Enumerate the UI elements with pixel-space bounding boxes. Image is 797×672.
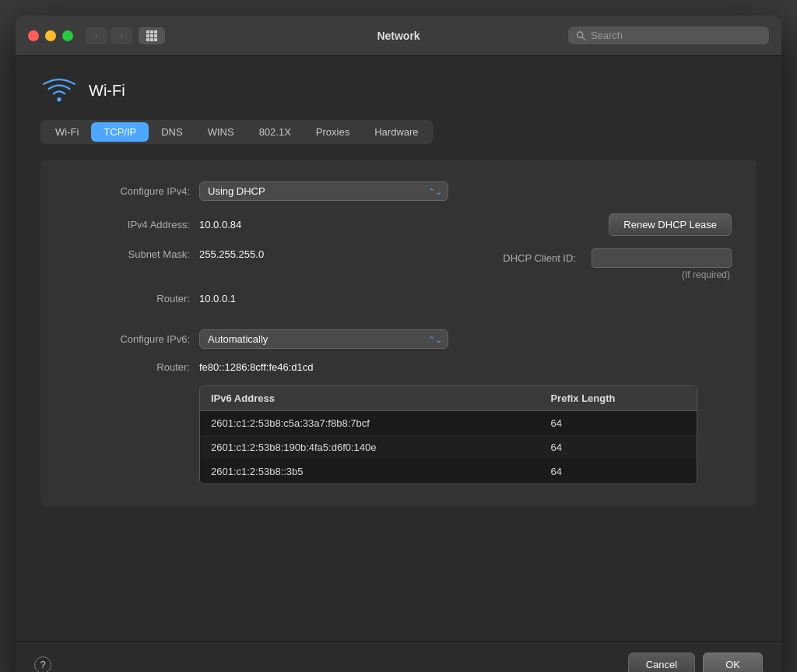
router6-label: Router: xyxy=(65,361,190,373)
svg-rect-1 xyxy=(150,30,153,33)
wifi-icon xyxy=(40,75,78,106)
configure-ipv4-select-wrapper[interactable]: Using DHCP xyxy=(199,181,448,201)
router-value: 10.0.0.1 xyxy=(199,293,236,304)
dhcp-client-id-section: DHCP Client ID: (If required) xyxy=(503,248,732,280)
router-label: Router: xyxy=(65,293,190,304)
ok-button[interactable]: OK xyxy=(703,653,763,672)
search-icon xyxy=(576,30,586,41)
svg-rect-3 xyxy=(146,34,149,37)
dhcp-client-id-row: DHCP Client ID: xyxy=(503,248,732,268)
prefix-cell-1: 64 xyxy=(539,411,697,436)
tab-dns[interactable]: DNS xyxy=(149,122,195,142)
traffic-lights xyxy=(28,30,73,41)
svg-point-11 xyxy=(57,97,61,101)
svg-line-10 xyxy=(582,37,585,40)
bottom-bar: ? Cancel OK xyxy=(16,641,781,672)
grid-icon xyxy=(146,30,158,42)
subnet-mask-section: Subnet Mask: 255.255.255.0 xyxy=(65,248,503,260)
ipv6-address-cell-2: 2601:c1:2:53b8:190b:4fa5:d6f0:140e xyxy=(200,435,539,459)
router6-row: Router: fe80::1286:8cff:fe46:d1cd xyxy=(65,361,732,373)
network-window: ‹ › Network xyxy=(16,16,781,672)
tab-wifi[interactable]: Wi-Fi xyxy=(43,122,91,142)
minimize-button[interactable] xyxy=(45,30,56,41)
dhcp-client-id-input[interactable] xyxy=(592,248,732,268)
back-button[interactable]: ‹ xyxy=(86,27,107,44)
ipv4-address-row: IPv4 Address: 10.0.0.84 Renew DHCP Lease xyxy=(65,213,732,236)
configure-ipv6-label: Configure IPv6: xyxy=(65,333,190,345)
chevron-right-icon: › xyxy=(120,30,123,41)
title-bar: ‹ › Network xyxy=(16,16,781,56)
configure-ipv6-select[interactable]: Automatically xyxy=(199,329,448,349)
forward-button[interactable]: › xyxy=(111,27,132,44)
subnet-mask-value: 255.255.255.0 xyxy=(199,248,264,260)
svg-rect-5 xyxy=(154,34,157,37)
tab-bar: Wi-Fi TCP/IP DNS WINS 802.1X Proxies Har… xyxy=(40,120,434,144)
subnet-mask-label: Subnet Mask: xyxy=(65,248,190,260)
wifi-header: Wi-Fi xyxy=(40,75,757,106)
configure-ipv6-row: Configure IPv6: Automatically xyxy=(65,329,732,349)
ipv6-table: IPv6 Address Prefix Length 2601:c1:2:53b… xyxy=(200,386,697,484)
table-row: 2601:c1:2:53b8:c5a:33a7:f8b8:7bcf 64 xyxy=(200,411,697,436)
if-required-text: (If required) xyxy=(682,269,732,280)
subnet-dhcp-row: Subnet Mask: 255.255.255.0 DHCP Client I… xyxy=(65,248,732,280)
svg-rect-4 xyxy=(150,34,153,37)
bottom-actions: Cancel OK xyxy=(628,653,763,672)
prefix-cell-3: 64 xyxy=(539,459,697,484)
svg-rect-7 xyxy=(150,38,153,41)
configure-ipv4-row: Configure IPv4: Using DHCP xyxy=(65,181,732,201)
content-area: Wi-Fi Wi-Fi TCP/IP DNS WINS 802.1X Proxi… xyxy=(16,56,781,641)
configure-ipv6-select-wrapper[interactable]: Automatically xyxy=(199,329,448,349)
tab-proxies[interactable]: Proxies xyxy=(304,122,362,142)
ipv6-address-cell-3: 2601:c1:2:53b8::3b5 xyxy=(200,459,539,484)
configure-ipv4-label: Configure IPv4: xyxy=(65,185,190,197)
grid-button[interactable] xyxy=(139,27,165,44)
svg-point-9 xyxy=(577,31,582,37)
table-row: 2601:c1:2:53b8:190b:4fa5:d6f0:140e 64 xyxy=(200,435,697,459)
ipv6-address-header: IPv6 Address xyxy=(200,386,539,411)
svg-rect-0 xyxy=(146,30,149,33)
nav-buttons: ‹ › xyxy=(86,27,165,44)
help-button[interactable]: ? xyxy=(34,656,51,673)
router-row: Router: 10.0.0.1 xyxy=(65,293,732,304)
ipv6-address-cell-1: 2601:c1:2:53b8:c5a:33a7:f8b8:7bcf xyxy=(200,411,539,436)
table-row: 2601:c1:2:53b8::3b5 64 xyxy=(200,459,697,484)
search-input[interactable] xyxy=(591,30,761,41)
router6-value: fe80::1286:8cff:fe46:d1cd xyxy=(199,361,314,373)
tab-tcpip[interactable]: TCP/IP xyxy=(91,122,149,142)
configure-ipv4-select[interactable]: Using DHCP xyxy=(199,181,448,201)
svg-rect-8 xyxy=(154,38,157,41)
cancel-button[interactable]: Cancel xyxy=(628,653,695,672)
ipv6-table-wrapper: IPv6 Address Prefix Length 2601:c1:2:53b… xyxy=(199,385,697,484)
ipv4-address-label: IPv4 Address: xyxy=(65,219,190,230)
prefix-length-header: Prefix Length xyxy=(539,386,697,411)
maximize-button[interactable] xyxy=(62,30,73,41)
renew-dhcp-button[interactable]: Renew DHCP Lease xyxy=(609,213,732,236)
chevron-left-icon: ‹ xyxy=(95,30,98,41)
prefix-cell-2: 64 xyxy=(539,435,697,459)
tab-wins[interactable]: WINS xyxy=(195,122,247,142)
close-button[interactable] xyxy=(28,30,39,41)
ipv4-address-value: 10.0.0.84 xyxy=(199,219,241,230)
search-bar[interactable] xyxy=(568,26,769,44)
window-title: Network xyxy=(377,30,420,42)
table-header-row: IPv6 Address Prefix Length xyxy=(200,386,697,411)
wifi-label: Wi-Fi xyxy=(89,82,125,100)
section-gap xyxy=(65,317,732,329)
form-area: Configure IPv4: Using DHCP IPv4 Address:… xyxy=(40,160,757,506)
svg-rect-2 xyxy=(154,30,157,33)
svg-rect-6 xyxy=(146,38,149,41)
dhcp-client-id-label: DHCP Client ID: xyxy=(503,252,576,264)
tab-hardware[interactable]: Hardware xyxy=(362,122,430,142)
tab-8021x[interactable]: 802.1X xyxy=(247,122,304,142)
